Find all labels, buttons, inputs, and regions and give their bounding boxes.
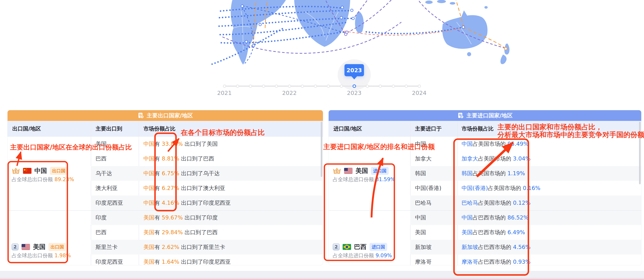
destination-cell: 印度	[96, 210, 106, 225]
table-row[interactable]: 中国 中国占巴西市场的 86.52%	[410, 210, 641, 225]
timeline-year-label[interactable]: 2024	[406, 90, 432, 96]
exporter-tag: 出口国	[48, 243, 66, 251]
table-row[interactable]: 乌干达 中国有 6.75% 出口到了乌干达	[91, 166, 323, 181]
timeline-year-label[interactable]: 2021	[212, 90, 237, 96]
timeline-dot[interactable]	[249, 85, 252, 88]
import-table-header: 主要进口国家/地区	[329, 110, 641, 121]
svg-text:1: 1	[15, 170, 17, 173]
timeline-dot[interactable]	[236, 85, 239, 88]
share-cell: 美国有 2.62% 出口到了斯里兰卡	[144, 240, 225, 254]
share-cell: 中国(香港)占美国市场的 0.16%	[462, 181, 540, 195]
table-row[interactable]: 印度 美国有 59.67% 出口到了印度	[91, 210, 323, 225]
exporter-share: 占全球总出口份额 1.98%	[12, 252, 71, 259]
source-cell: 中国(香港)	[415, 181, 441, 195]
export-table-title: 主要出口国家/地区	[147, 112, 193, 119]
destination-cell: 澳大利亚	[96, 181, 118, 195]
column-label: 市场份额占比	[462, 121, 494, 137]
flag-brazil	[342, 244, 351, 250]
flag-usa	[344, 168, 352, 174]
table-row[interactable]: 巴西 美国有 29.84% 出口到了巴西	[91, 225, 323, 240]
table-row[interactable]: 印度尼西亚 美国有 1.64% 出口到了印度尼西亚	[91, 254, 323, 265]
column-label: 进口国/地区	[334, 121, 362, 137]
importer-share: 占全球总进口份额 31.59%	[333, 176, 395, 183]
timeline-year-label[interactable]: 2023	[341, 90, 367, 96]
timeline-dot[interactable]	[418, 85, 421, 88]
importer-name: 巴西	[354, 243, 366, 251]
share-cell: 加拿大占美国市场的 3.04%	[462, 151, 530, 166]
timeline-dot-active[interactable]	[352, 84, 356, 88]
table-row[interactable]: 中国(香港) 中国(香港)占美国市场的 0.16%	[410, 181, 641, 195]
table-row[interactable]: 韩国 韩国占美国市场的 1.19%	[410, 166, 641, 181]
source-cell: 巴哈马	[415, 195, 432, 210]
destination-cell: 印度尼西亚	[96, 195, 123, 210]
timeline-dot[interactable]	[314, 85, 317, 88]
column-label: 出口国/地区	[12, 121, 41, 137]
share-cell: 巴哈马占美国市场的 0.12%	[462, 195, 530, 210]
timeline-dot[interactable]	[223, 85, 226, 88]
rank-1-crown-icon: 1	[333, 167, 341, 175]
export-table-header: 主要出口国家/地区	[8, 110, 323, 121]
source-cell: 加拿大	[415, 151, 432, 166]
share-cell: 美国有 59.67% 出口到了印度	[144, 210, 218, 225]
timeline-dot[interactable]	[275, 85, 278, 88]
importer-card-rank1[interactable]: 1 美国 进口国	[333, 167, 389, 175]
rank-2-badge-icon: 2	[333, 243, 340, 250]
table-row[interactable]: 巴西 中国有 8.81% 出口到了巴西	[91, 151, 323, 166]
share-cell: 中国有 6.27% 出口到了澳大利亚	[144, 181, 225, 195]
timeline-dot[interactable]	[379, 85, 382, 88]
flag-usa	[22, 244, 30, 250]
table-row[interactable]: 斯里兰卡 美国有 2.62% 出口到了斯里兰卡	[91, 240, 323, 254]
timeline-dot[interactable]	[262, 85, 265, 88]
page-bottom-edge	[0, 278, 644, 279]
annotation-export-cards: 主要出口国家/地区在全球的出口份额占比	[10, 143, 132, 152]
annotation-export-share-column: 在各个目标市场的份额占比	[181, 128, 265, 137]
timeline-dot[interactable]	[392, 85, 395, 88]
share-cell: 中国有 4.16% 出口到了印度尼西亚	[144, 195, 231, 210]
timeline-track[interactable]	[224, 86, 419, 87]
table-row[interactable]: 新加坡 新加坡占巴西市场的 4.56%	[410, 240, 641, 254]
share-cell: 美国有 1.64% 出口到了印度尼西亚	[144, 254, 231, 265]
importer-share: 占全球总进口份额 9.09%	[333, 252, 392, 259]
timeline-dot[interactable]	[301, 85, 304, 88]
share-cell: 韩国占美国市场的 1.19%	[462, 166, 525, 181]
table-row[interactable]: 澳大利亚 中国有 6.27% 出口到了澳大利亚	[91, 181, 323, 195]
share-cell: 美国有 29.84% 出口到了巴西	[144, 225, 218, 240]
export-table: 主要出口国家/地区 出口国/地区 主要出口到 市场份额占比 美国 中国有 33.…	[7, 110, 323, 265]
exporter-card-rank2[interactable]: 2 美国 出口国	[12, 243, 66, 251]
timeline-tooltip-pointer	[351, 76, 357, 79]
timeline-dot[interactable]	[405, 85, 408, 88]
timeline-dot[interactable]	[288, 85, 291, 88]
source-cell: 中国	[415, 210, 426, 225]
table-scrollbar[interactable]	[321, 122, 322, 177]
importer-card-rank2[interactable]: 2 巴西 进口国	[333, 243, 387, 251]
group-divider	[329, 210, 641, 211]
timeline-tooltip[interactable]: 2023	[344, 64, 364, 76]
timeline-dot[interactable]	[366, 85, 369, 88]
exporter-name: 中国	[34, 167, 47, 175]
exporter-card-rank1[interactable]: 1 中国 出口国	[12, 167, 68, 175]
table-row[interactable]: 加拿大 加拿大占美国市场的 3.04%	[410, 151, 641, 166]
timeline-dot[interactable]	[340, 85, 343, 88]
rank-2-badge-icon: 2	[12, 243, 18, 250]
exporter-share: 占全球总出口份额 89.23%	[12, 176, 74, 183]
source-cell: 新加坡	[415, 240, 432, 254]
share-cell: 摩洛哥占巴西市场的 0.93%	[462, 254, 530, 265]
table-row[interactable]: 美国 美国占巴西市场的 6.49%	[410, 225, 641, 240]
trade-dashboard-screen: 2021 2022 2023 2024 2023 主要出口国家/地区 出口国/地…	[0, 0, 644, 279]
share-cell: 中国有 8.81% 出口到了巴西	[144, 151, 214, 166]
timeline-year-label[interactable]: 2022	[276, 90, 302, 96]
table-row[interactable]: 摩洛哥 摩洛哥占巴西市场的 0.93%	[410, 254, 641, 265]
svg-text:1: 1	[336, 170, 338, 173]
annotation-import-share-line2: 分析最大市场和市场中的主要竞争对手国的份额	[498, 130, 644, 140]
group-divider	[8, 210, 323, 211]
table-row[interactable]: 印度尼西亚 中国有 4.16% 出口到了印度尼西亚	[91, 195, 323, 210]
exporter-tag: 出口国	[50, 167, 68, 175]
flag-china	[23, 168, 32, 174]
timeline-dot[interactable]	[327, 85, 330, 88]
destination-cell: 乌干达	[96, 166, 112, 181]
share-cell: 中国占巴西市场的 86.52%	[462, 210, 528, 225]
share-cell: 美国占巴西市场的 6.49%	[462, 225, 525, 240]
importer-tag: 进口国	[371, 167, 389, 175]
source-cell: 摩洛哥	[415, 254, 432, 265]
table-row[interactable]: 巴哈马 巴哈马占美国市场的 0.12%	[410, 195, 641, 210]
